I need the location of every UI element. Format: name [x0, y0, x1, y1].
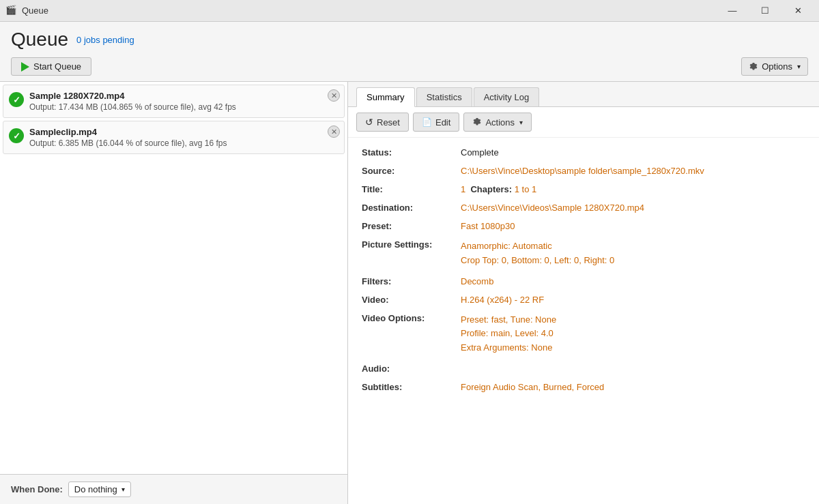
header: Queue 0 jobs pending: [0, 22, 819, 55]
video-label: Video:: [362, 295, 461, 305]
job-name: Sampleclip.mp4: [29, 127, 339, 137]
source-label: Source:: [362, 166, 461, 176]
window-controls: — ☐ ✕: [717, 0, 814, 22]
filters-row: Filters: Decomb: [362, 276, 805, 286]
tab-activity-log[interactable]: Activity Log: [474, 87, 539, 106]
chapters-value: 1 to 1: [515, 184, 537, 194]
list-item[interactable]: Sample 1280X720.mp4 Output: 17.434 MB (1…: [3, 85, 345, 118]
when-done-bar: When Done: Do nothing ▾: [0, 474, 347, 504]
job-complete-icon: [9, 92, 24, 107]
main-toolbar: Start Queue Options ▾: [0, 55, 819, 81]
action-toolbar: ↺ Reset 📄 Edit Actions ▾: [348, 107, 819, 138]
tab-summary[interactable]: Summary: [356, 87, 415, 107]
subtitles-value: Foreign Audio Scan, Burned, Forced: [461, 382, 805, 392]
job-detail: Output: 17.434 MB (104.865 % of source f…: [29, 102, 339, 112]
right-panel: Summary Statistics Activity Log ↺ Reset …: [348, 82, 819, 504]
chapters-label: Chapters:: [470, 184, 512, 194]
summary-content: Status: Complete Source: C:\Users\Vince\…: [348, 138, 819, 504]
close-button[interactable]: ✕: [782, 0, 814, 22]
chevron-down-icon: ▾: [121, 486, 125, 493]
titlebar: 🎬 Queue — ☐ ✕: [0, 0, 819, 22]
jobs-pending-badge: 0 jobs pending: [76, 35, 134, 45]
edit-button[interactable]: 📄 Edit: [413, 113, 459, 132]
job-info: Sampleclip.mp4 Output: 6.385 MB (16.044 …: [29, 127, 339, 148]
tab-statistics[interactable]: Statistics: [416, 87, 472, 106]
maximize-button[interactable]: ☐: [749, 0, 781, 22]
video-options-value: Preset: fast, Tune: None Profile: main, …: [461, 313, 805, 355]
title-label: Title:: [362, 184, 461, 194]
reset-label: Reset: [377, 117, 400, 128]
chevron-down-icon: ▾: [519, 119, 523, 126]
edit-icon: 📄: [422, 117, 432, 127]
main-window: Queue 0 jobs pending Start Queue Options…: [0, 22, 819, 504]
options-label: Options: [762, 61, 792, 72]
video-options-label: Video Options:: [362, 313, 461, 323]
title-number: 1: [461, 184, 465, 194]
titlebar-title: Queue: [22, 5, 717, 16]
source-row: Source: C:\Users\Vince\Desktop\sample fo…: [362, 166, 805, 176]
when-done-value: Do nothing: [74, 484, 117, 494]
video-options-line1: Preset: fast, Tune: None: [461, 314, 556, 325]
audio-label: Audio:: [362, 364, 461, 374]
minimize-button[interactable]: —: [717, 0, 748, 22]
destination-value: C:\Users\Vince\Videos\Sample 1280X720.mp…: [461, 203, 805, 213]
actions-button[interactable]: Actions ▾: [463, 113, 532, 132]
refresh-icon: ↺: [365, 117, 373, 128]
source-value: C:\Users\Vince\Desktop\sample folder\sam…: [461, 166, 805, 176]
video-row: Video: H.264 (x264) - 22 RF: [362, 295, 805, 305]
edit-label: Edit: [435, 117, 450, 128]
status-value: Complete: [461, 147, 499, 158]
when-done-label: When Done:: [11, 484, 63, 494]
page-title: Queue: [11, 29, 68, 50]
job-close-button[interactable]: ✕: [328, 125, 340, 138]
title-row: Title: 1 Chapters: 1 to 1: [362, 184, 805, 194]
play-icon: [21, 62, 29, 72]
subtitles-row: Subtitles: Foreign Audio Scan, Burned, F…: [362, 382, 805, 392]
start-queue-label: Start Queue: [33, 61, 81, 72]
gear-icon: [472, 117, 482, 127]
list-item[interactable]: Sampleclip.mp4 Output: 6.385 MB (16.044 …: [3, 121, 345, 154]
destination-label: Destination:: [362, 203, 461, 213]
actions-label: Actions: [485, 117, 515, 128]
status-label: Status:: [362, 147, 461, 158]
job-detail: Output: 6.385 MB (16.044 % of source fil…: [29, 138, 339, 148]
video-options-line2: Profile: main, Level: 4.0: [461, 328, 554, 338]
destination-row: Destination: C:\Users\Vince\Videos\Sampl…: [362, 203, 805, 213]
when-done-select[interactable]: Do nothing ▾: [68, 481, 131, 497]
job-complete-icon: [9, 128, 24, 143]
picture-settings-label: Picture Settings:: [362, 239, 461, 250]
chevron-down-icon: ▾: [797, 63, 801, 70]
picture-settings-line2: Crop Top: 0, Bottom: 0, Left: 0, Right: …: [461, 255, 614, 265]
tab-bar: Summary Statistics Activity Log: [348, 82, 819, 107]
preset-value: Fast 1080p30: [461, 221, 805, 231]
job-list: Sample 1280X720.mp4 Output: 17.434 MB (1…: [0, 82, 347, 474]
job-name: Sample 1280X720.mp4: [29, 91, 339, 101]
filters-value: Decomb: [461, 276, 805, 286]
picture-settings-row: Picture Settings: Anamorphic: Automatic …: [362, 239, 805, 268]
left-panel: Sample 1280X720.mp4 Output: 17.434 MB (1…: [0, 82, 348, 504]
preset-label: Preset:: [362, 221, 461, 231]
video-options-row: Video Options: Preset: fast, Tune: None …: [362, 313, 805, 355]
subtitles-label: Subtitles:: [362, 382, 461, 392]
video-options-line3: Extra Arguments: None: [461, 342, 552, 353]
preset-row: Preset: Fast 1080p30: [362, 221, 805, 231]
picture-settings-value: Anamorphic: Automatic Crop Top: 0, Botto…: [461, 239, 805, 268]
job-close-button[interactable]: ✕: [328, 89, 340, 102]
job-info: Sample 1280X720.mp4 Output: 17.434 MB (1…: [29, 91, 339, 112]
app-icon: 🎬: [5, 5, 18, 17]
start-queue-button[interactable]: Start Queue: [11, 57, 91, 76]
options-button[interactable]: Options ▾: [741, 57, 808, 76]
filters-label: Filters:: [362, 276, 461, 286]
reset-button[interactable]: ↺ Reset: [356, 113, 409, 132]
gear-icon: [749, 62, 758, 72]
content-area: Sample 1280X720.mp4 Output: 17.434 MB (1…: [0, 81, 819, 504]
status-row: Status: Complete: [362, 147, 805, 158]
picture-settings-line1: Anamorphic: Automatic: [461, 241, 552, 251]
video-value: H.264 (x264) - 22 RF: [461, 295, 805, 305]
audio-row: Audio:: [362, 364, 805, 374]
title-value: 1 Chapters: 1 to 1: [461, 184, 805, 194]
